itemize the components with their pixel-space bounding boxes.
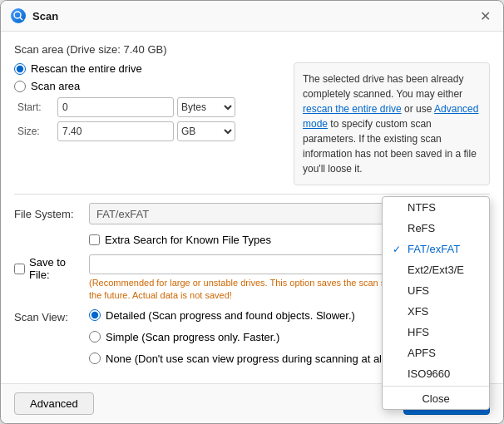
fat-check: ✓ [393,244,403,255]
top-section: Rescan the entire drive Scan area Start:… [14,62,490,185]
detailed-label: Detailed (Scan progress and found object… [106,309,355,322]
ufs-label: UFS [408,284,429,297]
apfs-label: APFS [408,347,436,359]
size-unit-select[interactable]: GB [177,121,235,141]
dropdown-item-ext[interactable]: Ext2/Ext3/E [383,259,489,280]
hfs-label: HFS [408,326,429,338]
scan-area-radio[interactable] [14,81,26,92]
main-window: Scan ✕ Scan area (Drive size: 7.40 GB) R… [0,0,504,424]
scan-view-label: Scan View: [14,309,89,323]
advanced-button[interactable]: Advanced [14,392,94,415]
dropdown-item-ntfs[interactable]: NTFS [383,197,489,218]
size-label: Size: [17,126,57,137]
scan-area-label: Scan area (Drive size: 7.40 GB) [14,43,490,56]
size-row: Size: GB [14,121,280,141]
dropdown-item-iso[interactable]: ISO9660 [383,363,489,384]
start-row: Start: Bytes [14,97,280,117]
start-unit-select[interactable]: Bytes [177,97,235,117]
none-label: None (Don't use scan view progress durin… [106,353,384,365]
info-text-2: or use [402,103,434,115]
file-system-label: File System: [14,208,89,220]
file-system-input [89,203,403,224]
rescan-link[interactable]: rescan the entire drive [303,103,402,115]
save-label-area: Save to File: [14,254,89,281]
dropdown-item-xfs[interactable]: XFS [383,301,489,322]
fat-label: FAT/exFAT [408,243,460,255]
window-title: Scan [32,10,477,22]
ntfs-label: NTFS [408,201,436,214]
start-input[interactable] [57,97,174,117]
info-text-3: to specify custom scan parameters. If th… [303,118,477,175]
save-to-file-label: Save to File: [29,256,89,281]
svg-line-1 [20,17,22,20]
app-icon [11,8,26,23]
info-panel: The selected drive has been already comp… [294,62,490,185]
info-text-1: The selected drive has been already comp… [303,73,463,100]
detailed-radio[interactable] [89,309,101,321]
rescan-label: Rescan the entire drive [31,62,142,75]
rescan-row: Rescan the entire drive [14,62,280,75]
xfs-label: XFS [408,305,428,318]
scan-options-col: Rescan the entire drive Scan area Start:… [14,62,280,185]
refs-label: ReFS [408,222,435,234]
save-to-file-checkbox[interactable] [14,264,25,274]
scan-area-label: Scan area [31,80,80,92]
rescan-radio[interactable] [14,63,26,75]
simple-radio[interactable] [89,331,101,343]
iso-label: ISO9660 [408,367,450,380]
scan-area-row: Scan area [14,80,280,92]
dropdown-item-apfs[interactable]: APFS [383,343,489,363]
ext-label: Ext2/Ext3/E [408,264,464,276]
dropdown-item-ufs[interactable]: UFS [383,280,489,301]
size-input[interactable] [57,121,174,141]
extra-search-label: Extra Search for Known File Types [105,234,271,246]
dropdown-item-refs[interactable]: ReFS [383,218,489,239]
dropdown-item-hfs[interactable]: HFS [383,322,489,343]
start-label: Start: [17,101,57,113]
extra-search-checkbox[interactable] [89,234,100,245]
title-bar: Scan ✕ [1,1,503,32]
filesystem-dropdown: NTFS ReFS ✓ FAT/exFAT Ext2/Ext3/E UFS XF… [382,196,490,410]
simple-label: Simple (Scan progress only. Faster.) [106,331,279,343]
dropdown-close[interactable]: Close [383,388,489,409]
none-radio[interactable] [89,353,101,364]
svg-point-0 [14,12,21,18]
dropdown-item-fat[interactable]: ✓ FAT/exFAT [383,239,489,259]
close-button[interactable]: ✕ [477,7,493,24]
